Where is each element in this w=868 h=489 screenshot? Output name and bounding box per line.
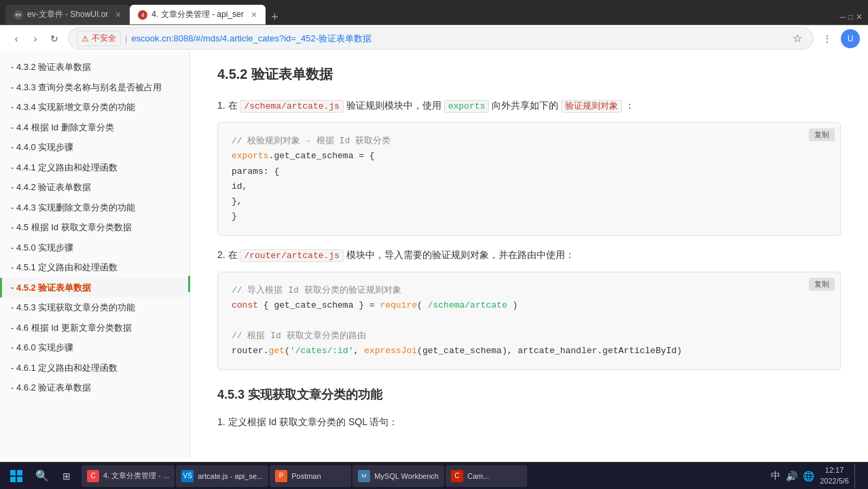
- taskbar-items: C 4. 文章分类管理 - ... VS artcate.js - api_se…: [82, 465, 765, 487]
- step-1: 1. 在 /schema/artcate.js 验证规则模块中，使用 expor…: [217, 97, 841, 114]
- step-2: 2. 在 /router/artcate.js 模块中，导入需要的验证规则对象，…: [217, 247, 841, 264]
- taskbar: 🔍 ⊞ C 4. 文章分类管理 - ... VS artcate.js - ap…: [0, 462, 868, 489]
- tab-2-close[interactable]: ✕: [251, 10, 257, 20]
- system-clock[interactable]: 12:17 2022/5/6: [820, 465, 849, 486]
- tab-1[interactable]: ev ev-文章件 - ShowUI.or ✕: [5, 5, 130, 24]
- sidebar-item-s14[interactable]: - 4.6 根据 Id 更新文章分类数据: [0, 318, 189, 338]
- minimize-button[interactable]: ─: [839, 12, 846, 22]
- taskbar-mysql-label: MySQL Workbench: [374, 472, 439, 480]
- code-line-2-2: const { get_cate_schema } = require( /sc…: [232, 298, 827, 313]
- code-line-1-4: id,: [232, 179, 827, 194]
- content-area: 4.5.2 验证表单数据 1. 在 /schema/artcate.js 验证规…: [190, 52, 868, 462]
- step-1-code3: 验证规则对象: [561, 100, 622, 113]
- refresh-button[interactable]: ↻: [46, 31, 62, 47]
- code-line-1-2: exports.get_cate_schema = {: [232, 149, 827, 164]
- clock-time: 12:17: [820, 465, 849, 475]
- step-1-code2: exports: [444, 100, 490, 113]
- taskbar-chrome[interactable]: C 4. 文章分类管理 - ...: [82, 465, 175, 487]
- start-button[interactable]: [3, 464, 30, 488]
- code-line-1-6: }: [232, 209, 827, 224]
- taskbar-mysql-icon: M: [358, 470, 370, 482]
- back-button[interactable]: ‹: [8, 31, 24, 47]
- svg-rect-3: [17, 477, 22, 482]
- network-icon[interactable]: 🌐: [803, 471, 814, 482]
- url-text: escook.cn:8088/#/mds/4.article_cates?id=…: [131, 33, 790, 45]
- step-1-middle: 验证规则模块中，使用: [346, 100, 444, 111]
- code-block-2: 复制 // 导入根据 Id 获取分类的验证规则对象 const { get_ca…: [217, 272, 841, 369]
- maximize-button[interactable]: □: [848, 12, 853, 22]
- tab-1-icon: ev: [14, 10, 23, 20]
- nav-buttons: ‹ › ↻: [8, 31, 62, 47]
- user-avatar[interactable]: U: [841, 29, 860, 48]
- taskbar-cam-icon: C: [451, 470, 463, 482]
- main-layout: - 4.3.2 验证表单数据 - 4.3.3 查询分类名称与别名是否被占用 - …: [0, 52, 868, 462]
- step-2-num: 2. 在: [217, 249, 238, 260]
- taskbar-postman-label: Postman: [291, 472, 321, 480]
- taskbar-cam[interactable]: C Cam...: [446, 465, 527, 487]
- taskbar-vscode[interactable]: VS artcate.js - api_se...: [176, 465, 268, 487]
- tab-2[interactable]: 4 4. 文章分类管理 - api_server_ev ✕: [130, 5, 266, 24]
- code-line-2-1: // 导入根据 Id 获取分类的验证规则对象: [232, 283, 827, 298]
- section-452-title: 4.5.2 验证表单数据: [217, 65, 841, 84]
- sidebar-item-s16[interactable]: - 4.6.1 定义路由和处理函数: [0, 358, 189, 378]
- svg-rect-0: [10, 470, 16, 475]
- tab-bar: ev ev-文章件 - ShowUI.or ✕ 4 4. 文章分类管理 - ap…: [0, 0, 868, 24]
- show-desktop-button[interactable]: [854, 464, 860, 488]
- sidebar-item-s17[interactable]: - 4.6.2 验证表单数据: [0, 378, 189, 398]
- tab-2-icon: 4: [138, 10, 147, 20]
- taskbar-postman[interactable]: P Postman: [270, 465, 351, 487]
- sidebar-item-s7[interactable]: - 4.4.2 验证表单数据: [0, 177, 189, 198]
- url-bar[interactable]: ⚠ 不安全 | escook.cn:8088/#/mds/4.article_c…: [68, 27, 814, 50]
- browser-chrome: ev ev-文章件 - ShowUI.or ✕ 4 4. 文章分类管理 - ap…: [0, 0, 868, 52]
- forward-button[interactable]: ›: [27, 31, 43, 47]
- bookmark-icon[interactable]: ☆: [790, 32, 805, 45]
- extensions-button[interactable]: ⋮: [819, 31, 835, 47]
- speaker-icon[interactable]: 🔊: [786, 471, 797, 482]
- step-1-num: 1. 在: [217, 100, 238, 111]
- sidebar-item-s11[interactable]: - 4.5.1 定义路由和处理函数: [0, 257, 189, 278]
- step-2-middle: 模块中，导入需要的验证规则对象，并在路由中使用：: [346, 249, 575, 260]
- code-line-1-3: params: {: [232, 164, 827, 179]
- task-view-button[interactable]: ⊞: [54, 465, 79, 487]
- taskbar-chrome-label: 4. 文章分类管理 - ...: [103, 471, 169, 481]
- sidebar-item-s8[interactable]: - 4.4.3 实现删除文章分类的功能: [0, 198, 189, 218]
- sidebar-item-s5[interactable]: - 4.4.0 实现步骤: [0, 137, 189, 158]
- sidebar-item-s15[interactable]: - 4.6.0 实现步骤: [0, 338, 189, 358]
- security-badge[interactable]: ⚠ 不安全: [77, 31, 121, 46]
- security-label: 不安全: [92, 33, 116, 44]
- sidebar-item-s10[interactable]: - 4.5.0 实现步骤: [0, 238, 189, 258]
- sidebar-item-s6[interactable]: - 4.4.1 定义路由和处理函数: [0, 158, 189, 178]
- windows-icon: [10, 469, 23, 483]
- taskbar-vscode-label: artcate.js - api_se...: [198, 472, 263, 480]
- search-taskbar-button[interactable]: 🔍: [30, 465, 54, 487]
- section-453-step1-text: 1. 定义根据 Id 获取文章分类的 SQL 语句：: [217, 416, 398, 427]
- close-button[interactable]: ✕: [856, 12, 863, 22]
- taskbar-postman-icon: P: [275, 470, 287, 482]
- code-line-1-5: },: [232, 194, 827, 209]
- section-453-step1: 1. 定义根据 Id 获取文章分类的 SQL 语句：: [217, 414, 841, 431]
- sidebar-item-s2[interactable]: - 4.3.3 查询分类名称与别名是否被占用: [0, 77, 189, 98]
- active-indicator: [188, 276, 190, 292]
- taskbar-mysql[interactable]: M MySQL Workbench: [352, 465, 444, 487]
- sidebar-item-s13[interactable]: - 4.5.3 实现获取文章分类的功能: [0, 297, 189, 318]
- sidebar-item-s9[interactable]: - 4.5 根据 Id 获取文章分类数据: [0, 217, 189, 238]
- lock-icon: ⚠: [82, 34, 89, 43]
- code-line-2-4: // 根据 Id 获取文章分类的路由: [232, 329, 827, 344]
- sidebar-item-s1[interactable]: - 4.3.2 验证表单数据: [0, 57, 189, 77]
- language-icon[interactable]: 中: [771, 470, 780, 482]
- sidebar-item-s3[interactable]: - 4.3.4 实现新增文章分类的功能: [0, 97, 189, 117]
- step-1-code1: /schema/artcate.js: [240, 100, 343, 113]
- taskbar-tray: 中 🔊 🌐 12:17 2022/5/6: [765, 464, 865, 488]
- code-line-2-5: router.get('/cates/:id', expressJoi(get_…: [232, 344, 827, 359]
- copy-button-1[interactable]: 复制: [809, 128, 835, 141]
- clock-date: 2022/5/6: [820, 476, 849, 486]
- code-line-2-3: [232, 314, 827, 329]
- copy-button-2[interactable]: 复制: [809, 278, 835, 291]
- new-tab-button[interactable]: +: [266, 10, 284, 24]
- sidebar-item-s4[interactable]: - 4.4 根据 Id 删除文章分类: [0, 117, 189, 138]
- step-1-suffix: 向外共享如下的: [492, 100, 561, 111]
- tab-2-label: 4. 文章分类管理 - api_server_ev: [151, 9, 244, 20]
- section-453-title: 4.5.3 实现获取文章分类的功能: [217, 386, 841, 403]
- tab-1-close[interactable]: ✕: [115, 10, 122, 20]
- sidebar-item-s12[interactable]: - 4.5.2 验证表单数据: [0, 278, 189, 298]
